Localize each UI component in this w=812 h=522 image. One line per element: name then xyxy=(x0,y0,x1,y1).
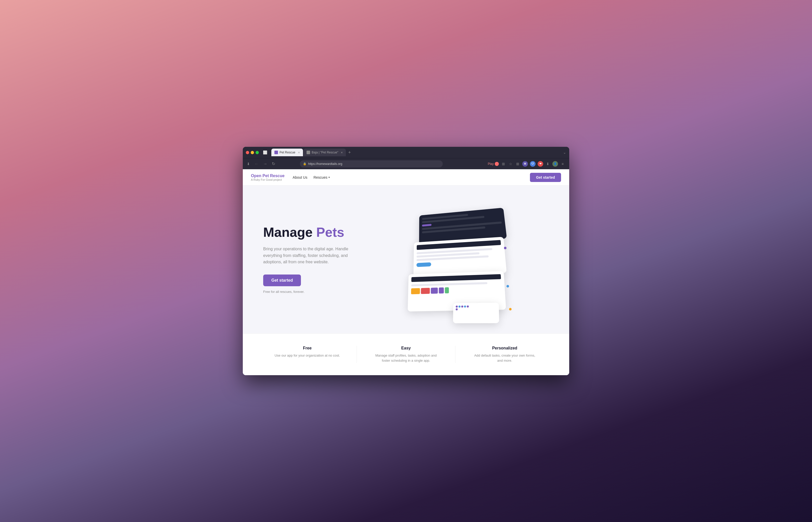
tab-close-1[interactable]: ✕ xyxy=(298,151,300,154)
new-tab-button[interactable]: + xyxy=(346,149,352,156)
avatar-shield[interactable]: 🛡 xyxy=(530,161,536,167)
avatar-profile[interactable]: 👤 xyxy=(553,161,558,167)
feature-divider-2 xyxy=(455,346,456,363)
maximize-button[interactable] xyxy=(255,151,259,154)
website-content: Open Pet Rescue A Ruby For Good project … xyxy=(243,169,569,375)
feature-free-title: Free xyxy=(263,346,351,350)
hero-section: Manage Pets Bring your operations to the… xyxy=(243,185,569,334)
dash-light-row-4 xyxy=(411,282,487,286)
close-button[interactable] xyxy=(246,151,249,154)
menu-icon[interactable]: ≡ xyxy=(560,161,565,166)
feature-easy-title: Easy xyxy=(362,346,450,350)
star-icon[interactable]: ☆ xyxy=(508,161,513,166)
dashboard-card-4-inner xyxy=(453,303,499,313)
window-sidebar-icon[interactable]: ⬜ xyxy=(263,150,267,155)
tab-baja[interactable]: Baja | "Pet Rescue" ✕ xyxy=(304,148,346,156)
feature-personalized: Personalized Add default tasks, create y… xyxy=(461,346,549,363)
deco-dot-1 xyxy=(504,247,506,249)
grid-icon[interactable]: ⊞ xyxy=(501,161,506,166)
back-button[interactable]: ← xyxy=(253,161,259,167)
extensions-icon[interactable]: ⬇ xyxy=(545,161,550,166)
dot-5 xyxy=(467,306,469,308)
feature-free: Free Use our app for your organization a… xyxy=(263,346,351,363)
dashboard-card-2 xyxy=(413,237,507,277)
tab-label-2: Baja | "Pet Rescue" xyxy=(312,150,338,154)
tab-favicon-1 xyxy=(274,150,278,154)
dot-cluster xyxy=(456,305,471,310)
hero-description: Bring your operations to the digital age… xyxy=(263,246,360,265)
lock-icon: 🔒 xyxy=(303,162,307,165)
feature-free-desc: Use our app for your organization at no … xyxy=(274,353,341,358)
dash-purple-bar xyxy=(422,224,431,226)
tab-favicon-2 xyxy=(307,150,310,154)
forward-button[interactable]: → xyxy=(262,161,268,167)
minimize-button[interactable] xyxy=(251,151,254,154)
address-bar[interactable]: 🔒 https://homewardtails.org xyxy=(300,160,443,167)
feature-divider-1 xyxy=(356,346,357,363)
feature-easy: Easy Manage staff profiles, tasks, adopt… xyxy=(362,346,450,363)
nav-cta-area: Get started xyxy=(530,173,561,182)
reload-button[interactable]: ↻ xyxy=(271,160,276,167)
tab-pet-rescue[interactable]: Pet Rescue ✕ xyxy=(271,148,303,156)
tab-close-2[interactable]: ✕ xyxy=(341,151,343,154)
features-bar: Free Use our app for your organization a… xyxy=(243,334,569,375)
hero-title-part2: Pets xyxy=(316,225,344,240)
browser-window: ⬜ Pet Rescue ✕ Baja | "Pet Rescue" ✕ + ⌄… xyxy=(243,147,569,375)
dash-blue-btn xyxy=(417,262,431,267)
hero-free-text: Free for all rescues, forever. xyxy=(263,290,305,294)
tab-label-1: Pet Rescue xyxy=(279,150,295,154)
feature-personalized-desc: Add default tasks, create your own forms… xyxy=(471,353,538,363)
dashboard-card-4 xyxy=(453,303,499,323)
dot-1 xyxy=(456,306,458,308)
feature-easy-desc: Manage staff profiles, tasks, adoption a… xyxy=(373,353,439,363)
dashboard-card-2-inner xyxy=(413,237,506,270)
dashboard-card-1-inner xyxy=(419,208,506,238)
nav-about[interactable]: About Us xyxy=(293,175,308,179)
avatar-m[interactable]: M xyxy=(522,161,528,167)
traffic-lights xyxy=(246,151,259,154)
site-logo: Open Pet Rescue A Ruby For Good project xyxy=(251,174,285,181)
dot-2 xyxy=(459,306,461,308)
toolbar: ⬇ ← → ↻ 🔒 https://homewardtails.org Play… xyxy=(243,158,569,169)
nav-get-started-button[interactable]: Get started xyxy=(530,173,561,182)
url-text: https://homewardtails.org xyxy=(308,162,342,166)
apps-icon[interactable]: ⊞ xyxy=(515,161,520,166)
hero-title-part1: Manage xyxy=(263,225,316,240)
dot-3 xyxy=(461,306,463,308)
dashboard-card-3-inner xyxy=(408,271,505,297)
deco-dot-3 xyxy=(509,308,511,310)
color-block-green xyxy=(445,287,449,293)
toolbar-right: Play ⊞ ☆ ⊞ M 🛡 ❤ ⬇ 👤 ≡ xyxy=(488,161,565,167)
avatar-red[interactable]: ❤ xyxy=(538,161,543,167)
title-bar: ⬜ Pet Rescue ✕ Baja | "Pet Rescue" ✕ + ⌄ xyxy=(243,147,569,158)
window-controls-right: ⌄ xyxy=(563,150,566,155)
download-icon[interactable]: ⬇ xyxy=(247,162,250,166)
color-blocks xyxy=(411,286,502,295)
nav-rescues[interactable]: Rescues xyxy=(313,175,329,179)
color-block-purple2 xyxy=(439,287,444,294)
hero-title: Manage Pets xyxy=(263,225,392,240)
nav-links: About Us Rescues xyxy=(293,175,330,179)
hero-content: Manage Pets Bring your operations to the… xyxy=(263,225,392,294)
color-block-red xyxy=(421,288,430,294)
logo-title: Open Pet Rescue xyxy=(251,174,285,178)
hero-visual xyxy=(402,206,549,313)
site-navbar: Open Pet Rescue A Ruby For Good project … xyxy=(243,169,569,185)
feature-personalized-title: Personalized xyxy=(461,346,549,350)
play-button[interactable]: Play xyxy=(488,162,499,166)
dot-4 xyxy=(464,306,466,308)
color-block-purple xyxy=(431,287,438,294)
logo-subtitle: A Ruby For Good project xyxy=(251,178,285,181)
dashboard-stack xyxy=(402,206,549,313)
hero-get-started-button[interactable]: Get started xyxy=(263,275,301,286)
dash-dark-header xyxy=(411,274,501,282)
tabs-area: Pet Rescue ✕ Baja | "Pet Rescue" ✕ + xyxy=(271,148,561,156)
deco-dot-2 xyxy=(506,285,509,287)
play-label: Play xyxy=(488,162,494,166)
color-block-orange xyxy=(411,288,420,294)
play-dot-icon xyxy=(495,162,499,166)
dot-6 xyxy=(456,308,458,310)
